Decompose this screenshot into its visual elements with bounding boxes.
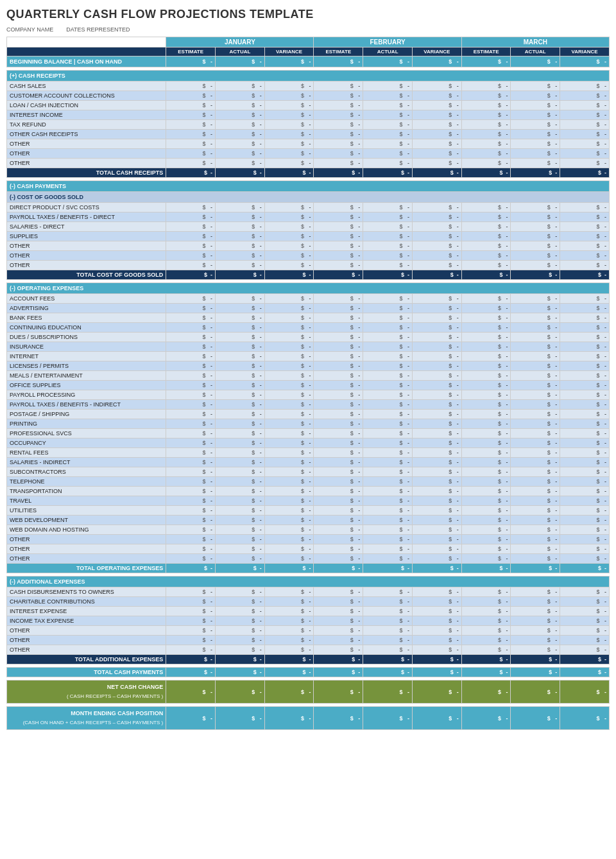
table-row: OTHER$ -$ -$ -$ -$ -$ -$ -$ -$ - (7, 554, 610, 564)
company-name-label: COMPANY NAME (6, 26, 53, 33)
page: QUARTERLY CASH FLOW PROJECTIONS TEMPLATE… (0, 0, 616, 738)
table-row: OTHER$ -$ -$ -$ -$ -$ -$ -$ -$ - (7, 626, 610, 636)
table-row: CUSTOMER ACCOUNT COLLECTIONS$ -$ -$ -$ -… (7, 91, 610, 101)
feb-variance-header: VARIANCE (412, 48, 461, 56)
total-row: TOTAL COST OF GOODS SOLD$ -$ -$ -$ -$ -$… (7, 270, 610, 280)
table-row: PAYROLL TAXES / BENEFITS - DIRECT$ -$ -$… (7, 213, 610, 222)
table-row: OTHER$ -$ -$ -$ -$ -$ -$ -$ -$ - (7, 636, 610, 645)
sub-header-row: ESTIMATE ACTUAL VARIANCE ESTIMATE ACTUAL… (7, 48, 610, 56)
feb-actual-header: ACTUAL (363, 48, 413, 56)
table-row: OFFICE SUPPLIES$ -$ -$ -$ -$ -$ -$ -$ -$… (7, 381, 610, 390)
table-row: TRANSPORTATION$ -$ -$ -$ -$ -$ -$ -$ -$ … (7, 487, 610, 496)
jan-estimate-header: ESTIMATE (166, 48, 216, 56)
main-table: JANUARY FEBRUARY MARCH ESTIMATE ACTUAL V… (6, 37, 610, 730)
total-row: TOTAL CASH PAYMENTS$ -$ -$ -$ -$ -$ -$ -… (7, 668, 610, 677)
table-row: OTHER$ -$ -$ -$ -$ -$ -$ -$ -$ - (7, 251, 610, 261)
table-row: OTHER$ -$ -$ -$ -$ -$ -$ -$ -$ - (7, 261, 610, 270)
table-row: TELEPHONE$ -$ -$ -$ -$ -$ -$ -$ -$ - (7, 477, 610, 487)
table-row: LICENSES / PERMITS$ -$ -$ -$ -$ -$ -$ -$… (7, 361, 610, 371)
table-row: RENTAL FEES$ -$ -$ -$ -$ -$ -$ -$ -$ - (7, 448, 610, 458)
total-row: TOTAL CASH RECEIPTS$ -$ -$ -$ -$ -$ -$ -… (7, 168, 610, 178)
table-row: CONTINUING EDUCATION$ -$ -$ -$ -$ -$ -$ … (7, 323, 610, 333)
table-row: OTHER$ -$ -$ -$ -$ -$ -$ -$ -$ - (7, 535, 610, 544)
table-row: SALARIES - DIRECT$ -$ -$ -$ -$ -$ -$ -$ … (7, 222, 610, 232)
table-row: OTHER$ -$ -$ -$ -$ -$ -$ -$ -$ - (7, 544, 610, 554)
total-row: TOTAL ADDITIONAL EXPENSES$ -$ -$ -$ -$ -… (7, 655, 610, 664)
table-row: LOAN / CASH INJECTION$ -$ -$ -$ -$ -$ -$… (7, 101, 610, 110)
table-row: INTEREST EXPENSE$ -$ -$ -$ -$ -$ -$ -$ -… (7, 607, 610, 616)
table-row: SUPPLIES$ -$ -$ -$ -$ -$ -$ -$ -$ - (7, 232, 610, 241)
march-header: MARCH (461, 37, 609, 48)
table-row: SUBCONTRACTORS$ -$ -$ -$ -$ -$ -$ -$ -$ … (7, 467, 610, 477)
table-row: DUES / SUBSCRIPTIONS$ -$ -$ -$ -$ -$ -$ … (7, 333, 610, 342)
table-row: INTEREST INCOME$ -$ -$ -$ -$ -$ -$ -$ -$… (7, 110, 610, 120)
table-row: TAX REFUND$ -$ -$ -$ -$ -$ -$ -$ -$ - (7, 120, 610, 130)
table-row: PAYROLL PROCESSING$ -$ -$ -$ -$ -$ -$ -$… (7, 390, 610, 400)
table-row: WEB DEVELOPMENT$ -$ -$ -$ -$ -$ -$ -$ -$… (7, 516, 610, 525)
section-header-row: (-) COST OF GOODS SOLD (7, 192, 610, 203)
table-row: WEB DOMAIN AND HOSTING$ -$ -$ -$ -$ -$ -… (7, 525, 610, 535)
table-row: ACCOUNT FEES$ -$ -$ -$ -$ -$ -$ -$ -$ - (7, 294, 610, 304)
table-row: INTERNET$ -$ -$ -$ -$ -$ -$ -$ -$ - (7, 352, 610, 361)
table-row: PRINTING$ -$ -$ -$ -$ -$ -$ -$ -$ - (7, 419, 610, 429)
dates-label: DATES REPRESENTED (66, 26, 130, 33)
section-header-row: (-) CASH PAYMENTS (7, 181, 610, 192)
table-row: SALARIES - INDIRECT$ -$ -$ -$ -$ -$ -$ -… (7, 458, 610, 467)
january-header: JANUARY (166, 37, 314, 48)
month-ending-row: MONTH ENDING CASH POSITION(CASH ON HAND … (7, 707, 610, 730)
section-header-row: (-) ADDITIONAL EXPENSES (7, 577, 610, 587)
table-row: PAYROLL TAXES / BENEFITS - INDIRECT$ -$ … (7, 400, 610, 410)
section-header-row: (+) CASH RECEIPTS (7, 71, 610, 82)
table-row: ADVERTISING$ -$ -$ -$ -$ -$ -$ -$ -$ - (7, 304, 610, 313)
company-info: COMPANY NAME DATES REPRESENTED (6, 26, 610, 33)
february-header: FEBRUARY (314, 37, 461, 48)
mar-actual-header: ACTUAL (511, 48, 560, 56)
table-row: OTHER$ -$ -$ -$ -$ -$ -$ -$ -$ - (7, 139, 610, 149)
table-row: UTILITIES$ -$ -$ -$ -$ -$ -$ -$ -$ - (7, 506, 610, 516)
table-row: MEALS / ENTERTAINMENT$ -$ -$ -$ -$ -$ -$… (7, 371, 610, 381)
month-header-row: JANUARY FEBRUARY MARCH (7, 37, 610, 48)
table-row: PROFESSIONAL SVCS$ -$ -$ -$ -$ -$ -$ -$ … (7, 429, 610, 438)
feb-estimate-header: ESTIMATE (314, 48, 363, 56)
jan-actual-header: ACTUAL (216, 48, 265, 56)
table-row: CASH SALES$ -$ -$ -$ -$ -$ -$ -$ -$ - (7, 82, 610, 91)
table-row: BANK FEES$ -$ -$ -$ -$ -$ -$ -$ -$ - (7, 313, 610, 323)
net-cash-change-row: NET CASH CHANGE( CASH RECEIPTS – CASH PA… (7, 681, 610, 704)
table-row: INSURANCE$ -$ -$ -$ -$ -$ -$ -$ -$ - (7, 342, 610, 352)
jan-variance-header: VARIANCE (264, 48, 314, 56)
table-row: POSTAGE / SHIPPING$ -$ -$ -$ -$ -$ -$ -$… (7, 410, 610, 419)
table-row: INCOME TAX EXPENSE$ -$ -$ -$ -$ -$ -$ -$… (7, 616, 610, 626)
table-row: DIRECT PRODUCT / SVC COSTS$ -$ -$ -$ -$ … (7, 203, 610, 213)
total-row: TOTAL OPERATING EXPENSES$ -$ -$ -$ -$ -$… (7, 564, 610, 573)
mar-variance-header: VARIANCE (560, 48, 610, 56)
table-row: TRAVEL$ -$ -$ -$ -$ -$ -$ -$ -$ - (7, 496, 610, 506)
page-title: QUARTERLY CASH FLOW PROJECTIONS TEMPLATE (6, 8, 610, 21)
table-row: OTHER CASH RECEIPTS$ -$ -$ -$ -$ -$ -$ -… (7, 130, 610, 139)
table-row: OCCUPANCY$ -$ -$ -$ -$ -$ -$ -$ -$ - (7, 438, 610, 448)
beginning-balance-row: BEGINNING BALANCE | CASH ON HAND$ -$ -$ … (7, 56, 610, 67)
table-row: CHARITABLE CONTRIBUTIONS$ -$ -$ -$ -$ -$… (7, 597, 610, 607)
section-header-row: (-) OPERATING EXPENSES (7, 283, 610, 294)
table-row: OTHER$ -$ -$ -$ -$ -$ -$ -$ -$ - (7, 645, 610, 655)
table-row: OTHER$ -$ -$ -$ -$ -$ -$ -$ -$ - (7, 149, 610, 159)
mar-estimate-header: ESTIMATE (461, 48, 511, 56)
table-row: CASH DISBURSEMENTS TO OWNERS$ -$ -$ -$ -… (7, 587, 610, 597)
table-row: OTHER$ -$ -$ -$ -$ -$ -$ -$ -$ - (7, 241, 610, 251)
table-row: OTHER$ -$ -$ -$ -$ -$ -$ -$ -$ - (7, 159, 610, 168)
